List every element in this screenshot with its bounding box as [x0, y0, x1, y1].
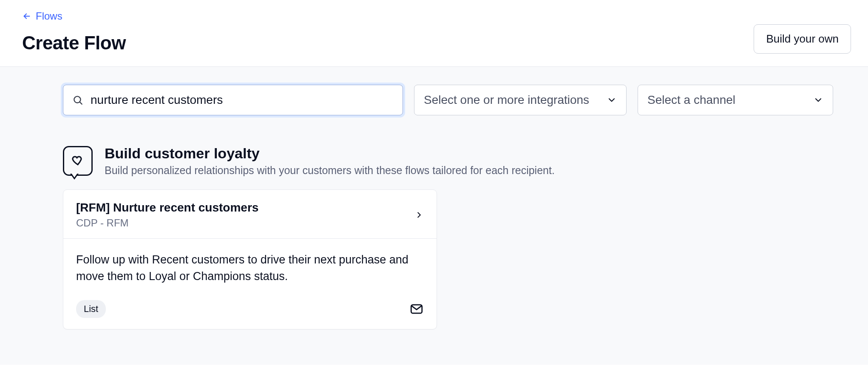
search-icon: [72, 94, 83, 106]
arrow-left-icon: [22, 11, 31, 21]
chevron-right-icon: [414, 210, 424, 220]
chevron-down-icon: [813, 95, 823, 105]
section-header: Build customer loyalty Build personalize…: [63, 145, 868, 177]
page-header: Flows Create Flow Build your own: [0, 0, 868, 67]
integrations-select-label: Select one or more integrations: [424, 93, 589, 107]
breadcrumb-label: Flows: [36, 10, 62, 22]
flow-card-header[interactable]: [RFM] Nurture recent customers CDP - RFM: [63, 190, 437, 239]
breadcrumb-back[interactable]: Flows: [22, 10, 62, 22]
search-input[interactable]: [63, 85, 403, 115]
flow-card-description: Follow up with Recent customers to drive…: [76, 252, 424, 285]
flow-card: [RFM] Nurture recent customers CDP - RFM…: [63, 189, 437, 329]
page-title: Create Flow: [22, 32, 126, 54]
heart-speech-icon: [63, 146, 93, 176]
channel-select[interactable]: Select a channel: [638, 85, 833, 115]
build-your-own-button[interactable]: Build your own: [754, 24, 851, 54]
integrations-select[interactable]: Select one or more integrations: [414, 85, 627, 115]
mail-icon: [409, 302, 424, 316]
filter-bar: Select one or more integrations Select a…: [63, 85, 868, 115]
flow-card-tag: List: [76, 300, 106, 318]
chevron-down-icon: [607, 95, 617, 105]
search-field: [63, 85, 403, 115]
flow-card-title: [RFM] Nurture recent customers: [76, 201, 258, 215]
channel-select-label: Select a channel: [647, 93, 735, 107]
section-title: Build customer loyalty: [105, 145, 555, 162]
flow-card-subtitle: CDP - RFM: [76, 217, 258, 229]
section-description: Build personalized relationships with yo…: [105, 164, 555, 177]
